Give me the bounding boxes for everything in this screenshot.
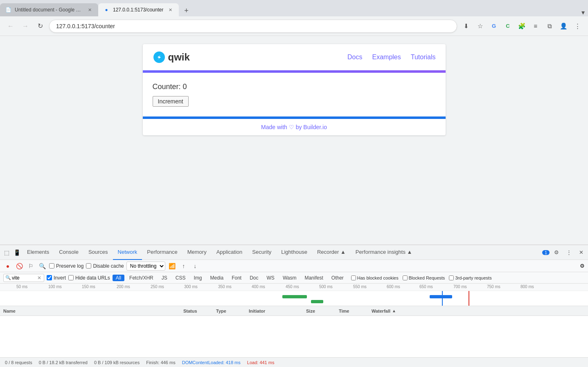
tab-lighthouse[interactable]: Lighthouse <box>276 245 312 260</box>
url-input[interactable]: 127.0.0.1:5173/counter <box>49 20 457 33</box>
invert-checkbox[interactable]: Invert <box>47 275 66 281</box>
invert-input[interactable] <box>47 275 52 280</box>
chip-fetchxhr[interactable]: Fetch/XHR <box>126 275 157 281</box>
chip-ws[interactable]: WS <box>264 275 278 281</box>
tab-bar: 📄 Untitled document - Google D... ✕ ● 12… <box>0 0 588 16</box>
tab-security[interactable]: Security <box>247 245 276 260</box>
tab-recorder[interactable]: Recorder ▲ <box>312 245 351 260</box>
tab-console[interactable]: Console <box>54 245 83 260</box>
throttle-select[interactable]: No throttling Fast 3G Slow 3G <box>126 262 165 271</box>
chip-manifest[interactable]: Manifest <box>301 275 326 281</box>
sort-icon: ▲ <box>392 309 396 313</box>
extension-puzzle-icon[interactable]: 🧩 <box>516 20 527 32</box>
tab-strip-menu[interactable]: ▾ <box>581 9 588 16</box>
browser-chrome: 📄 Untitled document - Google D... ✕ ● 12… <box>0 0 588 36</box>
blocked-requests-input[interactable] <box>403 275 408 280</box>
tick-50ms: 50 ms <box>16 284 27 289</box>
tick-400ms: 400 ms <box>252 284 265 289</box>
th-initiator: Initiator <box>249 309 306 313</box>
tick-500ms: 500 ms <box>319 284 333 289</box>
blocked-cookies-label: Has blocked cookies <box>357 275 399 280</box>
tab-sources[interactable]: Sources <box>83 245 113 260</box>
clear-button[interactable]: 🚫 <box>15 262 24 271</box>
tick-300ms: 300 ms <box>184 284 198 289</box>
new-tab-button[interactable]: + <box>180 5 192 16</box>
tab-google-docs[interactable]: 📄 Untitled document - Google D... ✕ <box>0 3 98 16</box>
extension-c-icon[interactable]: C <box>502 20 514 32</box>
th-status: Status <box>183 309 216 313</box>
upload-icon[interactable]: ↑ <box>179 262 188 271</box>
chip-all[interactable]: All <box>113 275 124 281</box>
tab-close-docs[interactable]: ✕ <box>86 6 93 13</box>
profile-icon[interactable]: 👤 <box>558 20 569 32</box>
net-settings-icon[interactable]: ⚙ <box>580 263 585 269</box>
blocked-cookies-checkbox[interactable]: Has blocked cookies <box>351 275 399 280</box>
extension-list-icon[interactable]: ≡ <box>530 20 541 32</box>
timeline-area: 50 ms 100 ms 150 ms 200 ms 250 ms 300 ms… <box>0 284 588 306</box>
chip-other[interactable]: Other <box>328 275 347 281</box>
tab-elements[interactable]: Elements <box>22 245 54 260</box>
timeline-bar-green2 <box>311 300 323 303</box>
increment-button[interactable]: Increment <box>153 96 189 107</box>
back-button[interactable]: ← <box>5 20 16 32</box>
download-btn-icon[interactable]: ↓ <box>191 262 200 271</box>
devtools-close-icon[interactable]: ✕ <box>576 247 586 258</box>
chip-doc[interactable]: Doc <box>246 275 261 281</box>
hide-data-urls-input[interactable] <box>68 275 74 280</box>
preserve-log-input[interactable] <box>49 263 54 269</box>
tick-600ms: 600 ms <box>387 284 400 289</box>
tab-close-counter[interactable]: ✕ <box>167 6 174 13</box>
chip-font[interactable]: Font <box>228 275 245 281</box>
tick-450ms: 450 ms <box>286 284 299 289</box>
filter-clear-button[interactable]: ✕ <box>37 275 41 281</box>
reload-button[interactable]: ↻ <box>34 20 46 32</box>
url-text: 127.0.0.1:5173/counter <box>56 23 115 29</box>
filter-icon[interactable]: ⚐ <box>26 262 35 271</box>
hide-data-urls-checkbox[interactable]: Hide data URLs <box>68 275 110 281</box>
devtools-settings-icon[interactable]: ⚙ <box>551 247 562 258</box>
sidebar-icon[interactable]: ⧉ <box>544 20 555 32</box>
download-icon[interactable]: ⬇ <box>460 20 472 32</box>
tick-250ms: 250 ms <box>151 284 164 289</box>
third-party-input[interactable] <box>449 275 454 280</box>
forward-button[interactable]: → <box>20 20 31 32</box>
nav-tutorials[interactable]: Tutorials <box>411 54 436 61</box>
disable-cache-input[interactable] <box>86 263 91 269</box>
qwik-main: Counter: 0 Increment <box>143 73 446 116</box>
record-button[interactable]: ● <box>3 262 12 271</box>
devtools-device-icon[interactable]: 📱 <box>12 249 22 256</box>
search-icon[interactable]: 🔍 <box>38 262 47 271</box>
disable-cache-checkbox[interactable]: Disable cache <box>86 263 124 269</box>
filter-input[interactable] <box>12 275 36 281</box>
chip-js[interactable]: JS <box>158 275 171 281</box>
chip-wasm[interactable]: Wasm <box>279 275 300 281</box>
invert-label: Invert <box>54 275 66 281</box>
menu-icon[interactable]: ⋮ <box>572 20 583 32</box>
blocked-requests-checkbox[interactable]: Blocked Requests <box>403 275 445 280</box>
tick-750ms: 750 ms <box>487 284 500 289</box>
wifi-icon[interactable]: 📶 <box>168 262 177 271</box>
tab-memory[interactable]: Memory <box>182 245 212 260</box>
tick-800ms: 800 ms <box>520 284 534 289</box>
filter-input-wrap: 🔍 ✕ <box>3 274 44 282</box>
table-header: Name Status Type Initiator Size Time Wat… <box>0 306 588 316</box>
preserve-log-checkbox[interactable]: Preserve log <box>49 263 83 269</box>
qwik-logo-icon <box>153 51 166 64</box>
tab-performance[interactable]: Performance <box>142 245 182 260</box>
third-party-checkbox[interactable]: 3rd-party requests <box>449 275 491 280</box>
tick-700ms: 700 ms <box>453 284 467 289</box>
blocked-cookies-input[interactable] <box>351 275 356 280</box>
tab-application[interactable]: Application <box>212 245 248 260</box>
devtools-more-icon[interactable]: ⋮ <box>563 247 574 258</box>
nav-examples[interactable]: Examples <box>372 54 401 61</box>
chip-css[interactable]: CSS <box>172 275 189 281</box>
nav-docs[interactable]: Docs <box>347 54 362 61</box>
tab-network[interactable]: Network <box>113 245 142 260</box>
chip-img[interactable]: Img <box>190 275 205 281</box>
chip-media[interactable]: Media <box>207 275 227 281</box>
bookmark-icon[interactable]: ☆ <box>474 20 486 32</box>
extension-g-icon[interactable]: G <box>488 20 500 32</box>
tab-counter[interactable]: ● 127.0.0.1:5173/counter ✕ <box>98 3 179 16</box>
devtools-inspect-icon[interactable]: ⬚ <box>2 249 12 256</box>
tab-performance-insights[interactable]: Performance insights ▲ <box>351 245 417 260</box>
